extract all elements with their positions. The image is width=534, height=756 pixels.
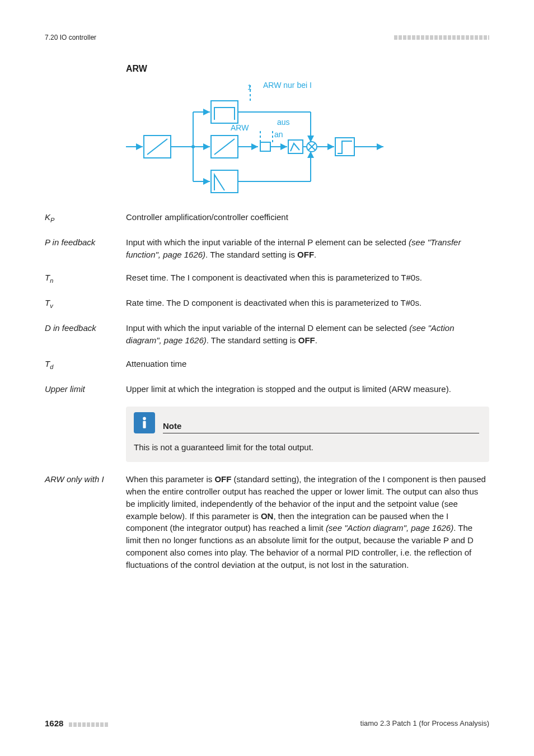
footer-dots	[69, 722, 108, 727]
def-tv: Tv Rate time. The D component is deactiv…	[45, 297, 489, 311]
text: When this parameter is	[126, 474, 214, 484]
note-block: Note This is not a guaranteed limit for …	[126, 407, 489, 463]
text: . The standard setting is	[205, 250, 297, 259]
svg-point-33	[143, 417, 146, 420]
term-tv: Tv	[45, 297, 126, 311]
text: . The standard setting is	[207, 335, 298, 345]
value-off: OFF	[214, 474, 231, 484]
page: 7.20 IO controller ARW	[0, 0, 534, 756]
term-upper-limit: Upper limit	[45, 383, 126, 395]
desc-upper-limit: Upper limit at which the integration is …	[126, 383, 489, 395]
running-head-section: 7.20 IO controller	[45, 34, 96, 41]
svg-rect-20	[288, 140, 303, 153]
desc-arw-only-i: When this parameter is OFF (standard set…	[126, 473, 489, 571]
diagram-label-mode: ARW	[231, 123, 249, 132]
heading-arw: ARW	[126, 64, 489, 74]
text: Input with which the input variable of t…	[126, 323, 409, 333]
info-icon	[134, 412, 155, 433]
term-arw-only-i: ARW only with I	[45, 473, 126, 486]
def-upper-limit: Upper limit Upper limit at which the int…	[45, 383, 489, 395]
note-rule	[163, 433, 479, 433]
text: .	[314, 250, 316, 259]
term-kp: KP	[45, 211, 126, 225]
term-tn: Tn	[45, 272, 126, 286]
def-d-feedback: D in feedback Input with which the input…	[45, 322, 489, 347]
text: Input with which the input variable of t…	[126, 237, 409, 247]
desc-p-feedback: Input with which the input variable of t…	[126, 236, 489, 261]
desc-d-feedback: Input with which the input variable of t…	[126, 322, 489, 347]
term-p-feedback: P in feedback	[45, 236, 126, 249]
text: .	[315, 335, 317, 345]
svg-rect-30	[211, 170, 238, 193]
ref: (see "Action diagram", page 1626)	[326, 523, 453, 533]
arw-diagram: 1	[126, 80, 389, 197]
running-head: 7.20 IO controller	[45, 34, 489, 41]
svg-rect-34	[143, 421, 146, 428]
note-title: Note	[163, 421, 479, 433]
diagram-label-on: an	[274, 130, 283, 139]
desc-tn: Reset time. The I component is deactivat…	[126, 272, 489, 284]
definitions: KP Controller amplification/controller c…	[45, 211, 489, 395]
def-kp: KP Controller amplification/controller c…	[45, 211, 489, 225]
desc-tv: Rate time. The D component is deactivate…	[126, 297, 489, 309]
value-on: ON	[261, 511, 274, 521]
def-tn: Tn Reset time. The I component is deacti…	[45, 272, 489, 286]
term-td: Td	[45, 358, 126, 372]
def-arw-only-i: ARW only with I When this parameter is O…	[45, 473, 489, 571]
svg-rect-7	[211, 101, 238, 123]
diagram-label-off: aus	[277, 118, 290, 127]
running-head-dots	[394, 34, 489, 41]
footer: 1628 tiamo 2.3 Patch 1 (for Process Anal…	[45, 718, 489, 728]
note-body: This is not a guaranteed limit for the t…	[134, 441, 479, 454]
diagram-label-top: ARW nur bei I	[263, 81, 312, 90]
desc-td: Attenuation time	[126, 358, 489, 370]
footer-product: tiamo 2.3 Patch 1 (for Process Analysis)	[360, 719, 489, 727]
term-d-feedback: D in feedback	[45, 322, 126, 334]
def-p-feedback: P in feedback Input with which the input…	[45, 236, 489, 261]
value-off: OFF	[298, 335, 315, 345]
value-off: OFF	[297, 250, 314, 259]
def-td: Td Attenuation time	[45, 358, 489, 372]
svg-line-14	[214, 139, 235, 155]
svg-text:1: 1	[247, 83, 251, 91]
svg-line-2	[147, 139, 167, 155]
svg-rect-18	[260, 142, 270, 151]
footer-left: 1628	[45, 718, 108, 728]
desc-kp: Controller amplification/controller coef…	[126, 211, 489, 223]
page-number: 1628	[45, 718, 63, 728]
